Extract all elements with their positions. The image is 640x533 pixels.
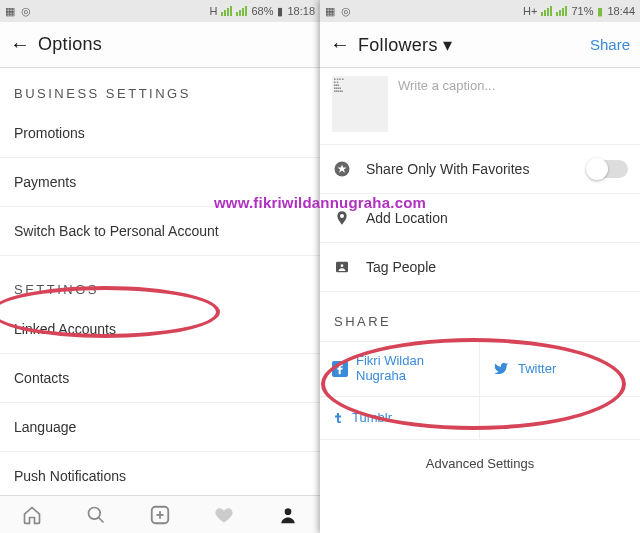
item-switch-personal[interactable]: Switch Back to Personal Account: [0, 207, 320, 256]
options-list[interactable]: BUSINESS SETTINGS Promotions Payments Sw…: [0, 68, 320, 498]
battery-percent: 71%: [571, 5, 593, 17]
instagram-icon: ◎: [341, 5, 351, 18]
section-business: BUSINESS SETTINGS: [0, 68, 320, 109]
signal-icon-2: [236, 6, 247, 16]
status-bar: ▦ ◎ H+ 71% ▮ 18:44: [320, 0, 640, 22]
favorites-toggle[interactable]: [588, 160, 628, 178]
header: ← Options: [0, 22, 320, 68]
twitter-label: Twitter: [518, 361, 556, 376]
tab-profile[interactable]: [256, 496, 320, 533]
share-facebook[interactable]: Fikri Wildan Nugraha: [320, 342, 480, 397]
item-payments[interactable]: Payments: [0, 158, 320, 207]
tag-people-icon: [332, 257, 352, 277]
location-label: Add Location: [366, 210, 448, 226]
star-icon: [332, 159, 352, 179]
header: ← Followers ▾ Share: [320, 22, 640, 68]
share-tumblr[interactable]: Tumblr: [320, 397, 480, 440]
svg-point-8: [341, 264, 344, 267]
share-empty: [480, 397, 640, 440]
facebook-label: Fikri Wildan Nugraha: [356, 354, 467, 384]
share-section: SHARE: [320, 292, 640, 341]
battery-icon: ▮: [597, 5, 603, 18]
advanced-settings[interactable]: Advanced Settings: [320, 440, 640, 487]
tab-search[interactable]: [64, 496, 128, 533]
favorites-label: Share Only With Favorites: [366, 161, 529, 177]
instagram-icon: ◎: [21, 5, 31, 18]
share-grid: Fikri Wildan Nugraha Twitter Tumblr: [320, 341, 640, 440]
svg-point-0: [89, 507, 101, 519]
post-thumbnail[interactable]: ■ ■ ■ ■■ ■■■■■■■■■■■■■: [332, 76, 388, 132]
row-favorites[interactable]: Share Only With Favorites: [320, 145, 640, 194]
location-icon: [332, 208, 352, 228]
tumblr-label: Tumblr: [352, 410, 392, 425]
back-button[interactable]: ←: [330, 33, 358, 56]
item-promotions[interactable]: Promotions: [0, 109, 320, 158]
tab-add[interactable]: [128, 496, 192, 533]
svg-line-1: [99, 517, 104, 522]
item-linked-accounts[interactable]: Linked Accounts: [0, 305, 320, 354]
svg-point-5: [285, 508, 292, 515]
tag-label: Tag People: [366, 259, 436, 275]
item-push-notifications[interactable]: Push Notifications: [0, 452, 320, 498]
row-tag[interactable]: Tag People: [320, 243, 640, 292]
battery-icon: ▮: [277, 5, 283, 18]
row-location[interactable]: Add Location: [320, 194, 640, 243]
network-type: H: [209, 5, 217, 17]
back-button[interactable]: ←: [10, 33, 38, 56]
phone-right: ▦ ◎ H+ 71% ▮ 18:44 ← Followers ▾ Share ■…: [320, 0, 640, 533]
share-twitter[interactable]: Twitter: [480, 342, 640, 397]
caption-row: ■ ■ ■ ■■ ■■■■■■■■■■■■■ Write a caption..…: [320, 68, 640, 145]
signal-icon: [221, 6, 232, 16]
tab-home[interactable]: [0, 496, 64, 533]
item-language[interactable]: Language: [0, 403, 320, 452]
tab-activity[interactable]: [192, 496, 256, 533]
network-type: H+: [523, 5, 537, 17]
audience-dropdown[interactable]: Followers ▾: [358, 34, 590, 56]
item-contacts[interactable]: Contacts: [0, 354, 320, 403]
twitter-icon: [492, 361, 510, 376]
phone-left: ▦ ◎ H 68% ▮ 18:18 ← Options BUSINESS SET…: [0, 0, 320, 533]
section-settings: SETTINGS: [0, 256, 320, 305]
facebook-icon: [332, 361, 348, 377]
battery-percent: 68%: [251, 5, 273, 17]
tumblr-icon: [332, 409, 344, 427]
compose-content: ■ ■ ■ ■■ ■■■■■■■■■■■■■ Write a caption..…: [320, 68, 640, 498]
bottom-nav: [0, 495, 320, 533]
page-title: Options: [38, 34, 310, 55]
gallery-icon: ▦: [325, 5, 335, 18]
status-bar: ▦ ◎ H 68% ▮ 18:18: [0, 0, 320, 22]
caption-input[interactable]: Write a caption...: [398, 76, 495, 132]
clock: 18:18: [287, 5, 315, 17]
signal-icon-2: [556, 6, 567, 16]
clock: 18:44: [607, 5, 635, 17]
signal-icon: [541, 6, 552, 16]
gallery-icon: ▦: [5, 5, 15, 18]
share-button[interactable]: Share: [590, 36, 630, 53]
